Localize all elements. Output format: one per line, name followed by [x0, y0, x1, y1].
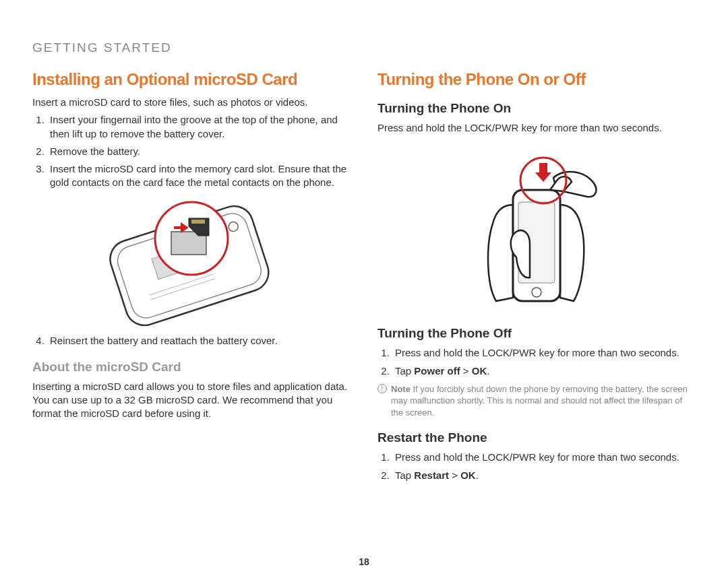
page-number: 18	[0, 556, 728, 567]
off-step-2: Tap Power off > OK.	[392, 364, 696, 378]
microsd-install-figure	[32, 198, 351, 329]
off-step-2-post: .	[487, 365, 489, 377]
step-1: Insert your fingernail into the groove a…	[47, 113, 351, 141]
step-4: Reinsert the battery and reattach the ba…	[47, 334, 351, 348]
about-body: Inserting a microSD card allows you to s…	[32, 380, 351, 421]
note-body: Note If you forcibly shut down the phone…	[391, 383, 696, 419]
left-title: Installing an Optional microSD Card	[32, 70, 351, 89]
restart-step-2-pre: Tap	[395, 469, 414, 481]
right-column: Turning the Phone On or Off Turning the …	[377, 61, 696, 486]
on-heading: Turning the Phone On	[377, 101, 696, 116]
off-step-2-pre: Tap	[395, 365, 414, 377]
about-heading: About the microSD Card	[32, 360, 351, 375]
step-3: Insert the microSD card into the memory …	[47, 162, 351, 190]
restart-step-2-mid: >	[449, 469, 460, 481]
power-on-figure	[377, 143, 696, 314]
note-label: Note	[391, 384, 411, 394]
step-2: Remove the battery.	[47, 145, 351, 158]
restart-step-1: Press and hold the LOCK/PWR key for more…	[392, 451, 696, 464]
restart-heading: Restart the Phone	[377, 430, 696, 445]
restart-step-2-post: .	[476, 469, 479, 481]
off-steps: Press and hold the LOCK/PWR key for more…	[377, 346, 696, 378]
section-header: GETTING STARTED	[32, 40, 696, 55]
restart-step-2: Tap Restart > OK.	[392, 469, 696, 482]
on-body: Press and hold the LOCK/PWR key for more…	[377, 121, 696, 135]
off-step-2-bold2: OK	[472, 365, 487, 377]
left-intro: Insert a microSD card to store files, su…	[32, 96, 351, 109]
left-steps-a: Insert your fingernail into the groove a…	[32, 113, 351, 189]
left-column: Installing an Optional microSD Card Inse…	[32, 61, 351, 486]
note: ! Note If you forcibly shut down the pho…	[377, 383, 696, 419]
left-steps-b: Reinsert the battery and reattach the ba…	[32, 334, 351, 348]
off-step-2-mid: >	[460, 365, 472, 377]
right-title: Turning the Phone On or Off	[377, 70, 696, 89]
svg-marker-15	[535, 163, 551, 182]
info-icon: !	[377, 384, 387, 393]
note-text: If you forcibly shut down the phone by r…	[391, 384, 688, 418]
off-step-2-bold: Power off	[414, 365, 460, 377]
restart-step-2-bold: Restart	[414, 469, 449, 481]
restart-steps: Press and hold the LOCK/PWR key for more…	[377, 451, 696, 482]
restart-step-2-bold2: OK	[460, 469, 476, 481]
svg-rect-9	[191, 220, 205, 224]
off-step-1: Press and hold the LOCK/PWR key for more…	[392, 346, 696, 360]
off-heading: Turning the Phone Off	[377, 326, 696, 341]
